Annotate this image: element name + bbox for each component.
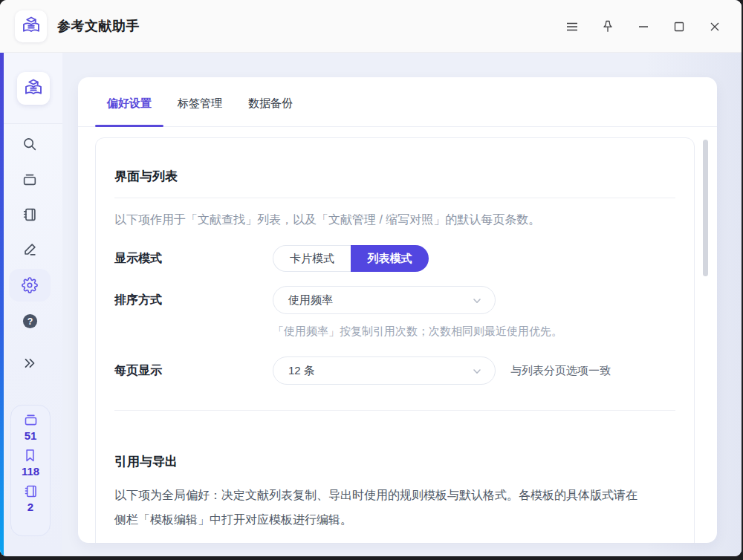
chevron-down-icon (472, 366, 482, 377)
stat-count: 2 (27, 501, 33, 513)
sort-control-group: 使用频率 「使用频率」按复制引用次数；次数相同则最近使用优先。 (273, 286, 562, 337)
pen-icon (22, 241, 38, 258)
page-size-label: 每页显示 (114, 363, 273, 379)
sort-select-value: 使用频率 (288, 293, 333, 307)
app-title: 参考文献助手 (57, 17, 140, 35)
page-size-select[interactable]: 12 条 (273, 356, 496, 385)
app-window: 参考文献助手 (0, 0, 742, 556)
divider (114, 198, 675, 198)
search-icon (22, 136, 38, 152)
gear-icon (22, 277, 38, 293)
sidebar-item-library[interactable] (16, 166, 43, 193)
section-title-export: 引用与导出 (114, 454, 675, 470)
archive-box-icon (23, 412, 39, 428)
stat-count: 51 (25, 430, 37, 442)
accent-edge-strip (0, 53, 4, 556)
pin-icon (600, 19, 615, 34)
bookmark-icon (22, 448, 38, 463)
tab-tag-management[interactable]: 标签管理 (166, 97, 234, 126)
display-mode-row: 显示模式 卡片模式 列表模式 (114, 245, 675, 272)
stat-library-count[interactable]: 51 (23, 412, 39, 442)
notebook-icon (23, 484, 39, 499)
app-logo (15, 10, 47, 42)
page-size-row: 每页显示 12 条 与列表分页选项一致 (114, 356, 675, 385)
titlebar: 参考文献助手 (0, 0, 742, 53)
sidebar-stats-panel: 51 118 2 (10, 405, 51, 536)
section-description: 以下项为全局偏好：决定文献列表复制、导出时使用的规则模板与默认格式。各模板的具体… (114, 483, 643, 532)
page-size-note: 与列表分页选项一致 (510, 364, 611, 378)
display-mode-label: 显示模式 (114, 251, 273, 267)
close-icon (707, 19, 722, 34)
archive-box-icon (22, 172, 38, 188)
sidebar-logo-section (4, 53, 62, 124)
tab-data-backup[interactable]: 数据备份 (236, 97, 305, 126)
sidebar-collapse-button[interactable] (16, 350, 43, 377)
settings-scroll-area: 界面与列表 以下项作用于「文献查找」列表，以及「文献管理 / 缩写对照」的默认每… (78, 127, 717, 543)
svg-text:?: ? (27, 316, 33, 326)
maximize-icon (672, 19, 687, 34)
window-pin-button[interactable] (590, 10, 626, 43)
sidebar-item-editor[interactable] (16, 236, 43, 263)
sidebar-logo-button[interactable] (17, 72, 50, 105)
section-description: 以下项作用于「文献查找」列表，以及「文献管理 / 缩写对照」的默认每页条数。 (114, 212, 675, 227)
display-mode-list-option[interactable]: 列表模式 (351, 245, 429, 272)
sidebar-item-notebook[interactable] (16, 201, 43, 228)
page-size-select-value: 12 条 (288, 364, 315, 378)
sort-select[interactable]: 使用频率 (273, 286, 496, 314)
sidebar-item-help[interactable]: ? (16, 307, 43, 334)
display-mode-toggle: 卡片模式 列表模式 (273, 245, 429, 272)
main-content: 偏好设置 标签管理 数据备份 界面与列表 以下项作用于「文献查找」列表，以及「文… (62, 53, 742, 556)
chevron-down-icon (472, 296, 482, 306)
window-minimize-button[interactable] (626, 10, 661, 43)
preferences-panel: 界面与列表 以下项作用于「文献查找」列表，以及「文献管理 / 缩写对照」的默认每… (95, 137, 695, 543)
stat-count: 118 (22, 466, 39, 478)
window-controls (554, 0, 733, 53)
tab-bar: 偏好设置 标签管理 数据备份 (78, 77, 717, 127)
sort-hint: 「使用频率」按复制引用次数；次数相同则最近使用优先。 (273, 325, 562, 337)
sort-row: 排序方式 使用频率 「使用频率」按复制引用次数；次数相同则最近使用优先。 (114, 286, 675, 337)
settings-card: 偏好设置 标签管理 数据备份 界面与列表 以下项作用于「文献查找」列表，以及「文… (78, 77, 717, 543)
window-menu-button[interactable] (554, 10, 590, 43)
sidebar-item-settings[interactable] (16, 272, 43, 299)
stat-bookmark-count[interactable]: 118 (22, 448, 39, 478)
stat-notebook-count[interactable]: 2 (23, 484, 39, 513)
divider (114, 410, 675, 411)
section-title-interface: 界面与列表 (114, 169, 675, 185)
display-mode-card-option[interactable]: 卡片模式 (273, 245, 351, 272)
window-close-button[interactable] (697, 10, 733, 43)
book-cap-logo-icon (22, 77, 45, 100)
sort-label: 排序方式 (114, 293, 273, 308)
sidebar: ? 51 118 (0, 53, 62, 556)
double-chevron-right-icon (22, 355, 38, 371)
tab-preferences[interactable]: 偏好设置 (95, 97, 163, 126)
window-maximize-button[interactable] (661, 10, 697, 43)
sidebar-item-search[interactable] (16, 131, 43, 157)
notebook-icon (22, 206, 38, 223)
book-cap-logo-icon (20, 15, 42, 37)
help-icon: ? (22, 313, 38, 329)
minimize-icon (636, 19, 651, 34)
scrollbar-thumb[interactable] (703, 140, 708, 276)
menu-icon (565, 19, 580, 34)
